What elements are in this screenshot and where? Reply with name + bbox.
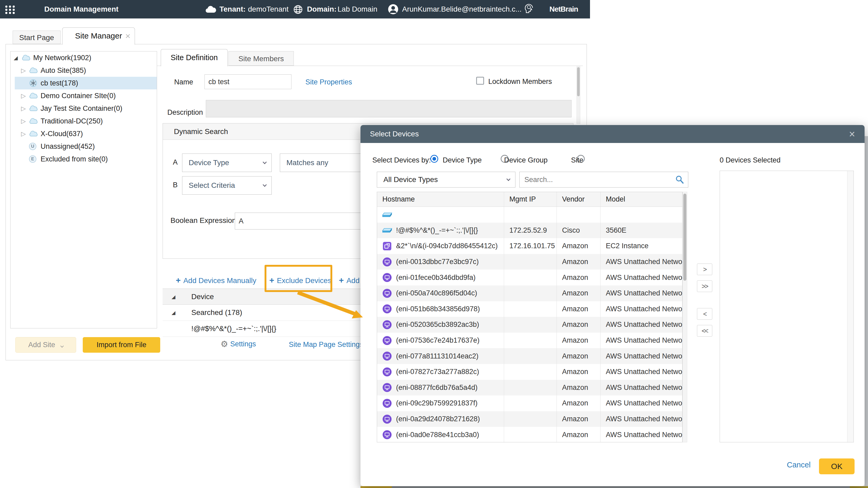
device-mgmt-ip bbox=[504, 317, 557, 333]
top-bar: Domain Management Tenant: demoTenant Dom… bbox=[0, 0, 590, 19]
add-more-link[interactable]: +Add bbox=[339, 276, 360, 285]
device-model: AWS Unattached Netwo... bbox=[600, 395, 682, 411]
device-row[interactable]: (eni-077a811131014eac2) Amazon AWS Unatt… bbox=[377, 348, 682, 364]
page-scrollbar[interactable] bbox=[577, 66, 580, 124]
device-type-filter-select[interactable]: All Device Types bbox=[377, 172, 516, 188]
device-vendor: Amazon bbox=[557, 364, 600, 380]
selected-panel-scrollbar[interactable] bbox=[847, 171, 854, 442]
add-devices-manually-link[interactable]: +Add Devices Manually bbox=[176, 276, 256, 285]
tab-site-definition[interactable]: Site Definition bbox=[161, 49, 228, 66]
tree-item[interactable]: U Unassigned(452) bbox=[10, 140, 157, 153]
site-properties-link[interactable]: Site Properties bbox=[305, 78, 352, 86]
cancel-button[interactable]: Cancel bbox=[787, 461, 811, 469]
device-mgmt-ip bbox=[504, 207, 557, 223]
ai-assistant-icon[interactable] bbox=[523, 3, 536, 18]
tree-expander-icon[interactable]: ◢ bbox=[14, 55, 22, 61]
tab-site-members[interactable]: Site Members bbox=[228, 51, 294, 66]
device-row[interactable]: (eni-0013dbbc77e3bc97c) Amazon AWS Unatt… bbox=[377, 254, 682, 270]
tree-expander-icon[interactable]: ▷ bbox=[21, 105, 29, 112]
device-row[interactable]: (eni-051b68b343856d978) Amazon AWS Unatt… bbox=[377, 301, 682, 317]
ok-button[interactable]: OK bbox=[819, 458, 855, 474]
tree-item-label: cb test(178) bbox=[40, 79, 78, 87]
device-vendor: Cisco bbox=[557, 223, 600, 238]
tree-item[interactable]: ▷ Demo Container SIte(0) bbox=[10, 89, 157, 102]
window-scrollbar[interactable] bbox=[865, 136, 868, 486]
condition-b-value: Select Criteria bbox=[189, 181, 235, 190]
tree-item-label: Jay Test Site Container(0) bbox=[40, 105, 122, 113]
device-row[interactable]: !@#$%^&*()_-=+~`:;.'|\/[]{} 172.25.52.9 … bbox=[377, 223, 682, 238]
operator-value: Matches any bbox=[286, 159, 328, 167]
device-mgmt-ip bbox=[504, 395, 557, 411]
tree-item[interactable]: ◢ My Network(1902) bbox=[10, 52, 157, 64]
radio-device-type-label: Device Type bbox=[443, 156, 482, 164]
device-row[interactable]: (eni-09c29b7599291837f) Amazon AWS Unatt… bbox=[377, 395, 682, 411]
tree-item[interactable]: E Excluded from site(0) bbox=[10, 153, 157, 165]
app-grid-icon[interactable] bbox=[4, 4, 16, 17]
tab-start-page[interactable]: Start Page bbox=[13, 31, 61, 44]
tree-item[interactable]: ▷ Jay Test Site Container(0) bbox=[10, 102, 157, 115]
device-mgmt-ip bbox=[504, 380, 557, 396]
lockdown-label: Lockdown Members bbox=[488, 78, 552, 86]
search-icon[interactable] bbox=[675, 175, 684, 184]
tree-expander-icon[interactable]: ▷ bbox=[21, 92, 29, 99]
device-table-scrollbar[interactable] bbox=[682, 192, 687, 442]
close-icon[interactable]: × bbox=[849, 125, 855, 143]
collapse-icon[interactable]: ◢ bbox=[172, 310, 176, 315]
cloud-icon bbox=[205, 4, 217, 16]
move-all-left-button[interactable]: << bbox=[697, 325, 712, 337]
name-label: Name bbox=[174, 78, 193, 86]
tab-site-manager[interactable]: Site Manager × bbox=[62, 27, 135, 45]
condition-a-select[interactable]: Device Type bbox=[182, 153, 272, 172]
device-row[interactable] bbox=[377, 207, 682, 223]
user-icon[interactable] bbox=[388, 4, 398, 16]
device-vendor: Amazon bbox=[557, 333, 600, 348]
boolean-expression-input[interactable]: A bbox=[235, 212, 382, 229]
select-by-label: Select Devices by: bbox=[372, 156, 431, 164]
add-site-button[interactable]: Add Site bbox=[15, 337, 76, 353]
site-map-page-settings-link[interactable]: Site Map Page Settings bbox=[289, 341, 363, 349]
device-model bbox=[600, 207, 682, 223]
device-row[interactable]: (eni-01fece0b346dbd9fa) Amazon AWS Unatt… bbox=[377, 269, 682, 285]
tree-item[interactable]: cb test(178) bbox=[10, 77, 157, 89]
device-mgmt-ip bbox=[504, 269, 557, 285]
device-search-input[interactable] bbox=[520, 176, 675, 184]
move-all-right-button[interactable]: >> bbox=[697, 280, 712, 292]
name-field[interactable]: cb test bbox=[205, 75, 291, 89]
device-row[interactable]: &2*`\n/&(i-094cb7dd86455412c) 172.16.101… bbox=[377, 238, 682, 254]
tab-close-icon[interactable]: × bbox=[125, 28, 130, 44]
device-mgmt-ip: 172.25.52.9 bbox=[504, 223, 557, 238]
device-mgmt-ip bbox=[504, 254, 557, 270]
move-left-button[interactable]: < bbox=[697, 308, 712, 320]
device-row[interactable]: (eni-050a740c896f5d04c) Amazon AWS Unatt… bbox=[377, 285, 682, 301]
device-row[interactable]: (eni-08877fc6db76a5a4d) Amazon AWS Unatt… bbox=[377, 380, 682, 396]
selected-count: 0 Devices Selected bbox=[720, 156, 780, 164]
device-row[interactable]: (eni-0a29d24078b271628) Amazon AWS Unatt… bbox=[377, 411, 682, 427]
tree-item[interactable]: ▷ X-Cloud(637) bbox=[10, 127, 157, 140]
tree-expander-icon[interactable]: ▷ bbox=[21, 67, 29, 74]
import-from-file-button[interactable]: Import from File bbox=[83, 337, 160, 353]
condition-b-select[interactable]: Select Criteria bbox=[182, 176, 272, 195]
user-email[interactable]: ArunKumar.Belide@netbraintech.c... bbox=[402, 0, 522, 19]
device-vendor: Amazon bbox=[557, 301, 600, 317]
collapse-icon[interactable]: ◢ bbox=[172, 294, 176, 300]
scrollbar-thumb[interactable] bbox=[577, 67, 580, 96]
radio-device-type[interactable] bbox=[430, 155, 438, 163]
tree-item[interactable]: ▷ Traditional-DC(250) bbox=[10, 115, 157, 127]
tree-item-label: Unassigned(452) bbox=[40, 142, 95, 151]
tree-expander-icon[interactable]: ▷ bbox=[21, 130, 29, 137]
import-from-file-label: Import from File bbox=[96, 341, 146, 349]
lockdown-checkbox[interactable] bbox=[476, 77, 484, 85]
tree-item[interactable]: ▷ Auto Site(385) bbox=[10, 64, 157, 77]
settings-button[interactable]: ⚙Settings bbox=[221, 339, 256, 349]
device-vendor: Amazon bbox=[557, 411, 600, 427]
tree-expander-icon[interactable]: ▷ bbox=[21, 118, 29, 124]
move-right-button[interactable]: > bbox=[697, 263, 712, 275]
background-strip-yellow bbox=[361, 486, 392, 488]
device-row[interactable]: (eni-07536c7e24b17637e) Amazon AWS Unatt… bbox=[377, 333, 682, 348]
device-row[interactable]: (eni-07827c73a277a882c) Amazon AWS Unatt… bbox=[377, 364, 682, 380]
device-row[interactable]: (eni-0520365cb3892ac3b) Amazon AWS Unatt… bbox=[377, 317, 682, 333]
settings-label: Settings bbox=[230, 340, 256, 348]
device-row[interactable]: (eni-0ad0e788e41ccb3a0) Amazon AWS Unatt… bbox=[377, 427, 682, 442]
add-site-label: Add Site bbox=[28, 341, 55, 349]
scrollbar-thumb[interactable] bbox=[683, 194, 686, 281]
